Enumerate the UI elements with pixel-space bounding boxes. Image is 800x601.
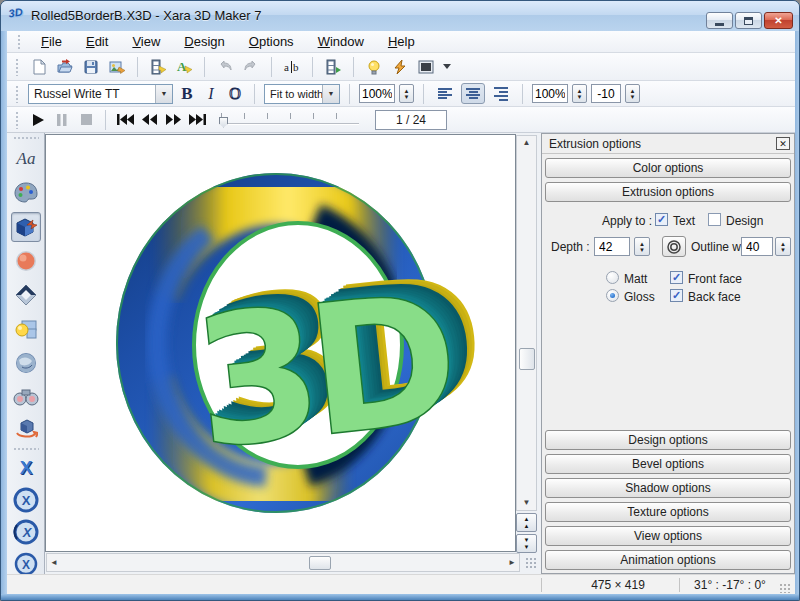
redo-button[interactable] [240,56,262,78]
export-image-button[interactable] [106,56,128,78]
menu-design[interactable]: Design [173,32,235,51]
save-file-button[interactable] [80,56,102,78]
minimize-button[interactable] [706,12,733,29]
tool-text-style-circle-1[interactable]: X [11,485,41,515]
screen-preview-button[interactable] [415,56,437,78]
tool-color-options[interactable] [11,178,41,208]
menu-window[interactable]: Window [307,32,375,51]
depth-spinner[interactable]: ▲▼ [634,237,650,256]
bevel-options-button[interactable]: Bevel options [545,454,791,474]
fit-dropdown-arrow-icon[interactable]: ▼ [322,85,339,103]
texture-options-button[interactable]: Texture options [545,502,791,522]
frame-slider[interactable] [219,111,359,129]
tool-text-style-circle-2[interactable]: X [11,517,41,547]
scroll-left-icon[interactable]: ◄ [47,558,61,567]
next-frame-button[interactable] [163,110,183,130]
shadow-options-button[interactable]: Shadow options [545,478,791,498]
align-left-button[interactable] [433,83,457,104]
font-family-select[interactable]: Russel Write TT ▼ [28,84,173,104]
menu-view[interactable]: View [121,32,171,51]
pause-button[interactable] [52,110,72,130]
play-button[interactable] [28,110,48,130]
vertical-scrollbar[interactable]: ▲ ▼ [516,135,537,511]
font-size-input[interactable] [359,84,395,103]
menu-options[interactable]: Options [238,32,305,51]
char-size-spinner[interactable]: ▲▼ [572,84,587,103]
outline-width-input[interactable] [741,237,773,256]
tool-texture-options[interactable] [11,348,41,378]
horizontal-scroll-thumb[interactable] [309,556,331,570]
apply-design-checkbox[interactable] [708,213,721,226]
fontbar-grip[interactable] [15,85,20,103]
design-options-button[interactable]: Design options [545,430,791,450]
tool-extrusion-options[interactable] [11,212,41,242]
tracking-input[interactable] [591,84,621,103]
lights-toggle-button[interactable] [363,56,385,78]
new-document-button[interactable] [28,56,50,78]
matt-radio[interactable] [606,271,619,284]
align-center-button[interactable] [461,83,485,104]
outline-width-spinner[interactable]: ▲▼ [775,237,791,256]
tool-view-options[interactable] [11,382,41,412]
back-face-checkbox[interactable]: ✓ [670,289,683,302]
align-right-button[interactable] [489,83,513,104]
menu-help[interactable]: Help [377,32,426,51]
tool-text-options[interactable]: Aa [11,144,41,174]
stop-button[interactable] [76,110,96,130]
menu-edit[interactable]: Edit [75,32,119,51]
slider-thumb[interactable] [219,117,228,128]
font-dropdown-arrow-icon[interactable]: ▼ [155,85,172,103]
animation-options-button[interactable]: Animation options [545,550,791,570]
open-file-button[interactable] [54,56,76,78]
char-size-input[interactable] [532,84,568,103]
preview-animation-button[interactable] [322,56,344,78]
vertical-scroll-thumb[interactable] [519,348,535,370]
tool-bevel-options[interactable] [11,246,41,276]
front-face-checkbox[interactable]: ✓ [670,271,683,284]
resize-grip-icon[interactable] [779,583,790,593]
previous-frame-button[interactable] [139,110,159,130]
scroll-down-icon[interactable]: ▼ [519,496,534,510]
scroll-right-icon[interactable]: ► [505,558,519,567]
apply-text-checkbox[interactable]: ✓ [655,213,668,226]
app-icon[interactable]: 3D [8,5,31,28]
gloss-radio[interactable] [606,289,619,302]
animbar-grip[interactable] [15,111,20,129]
color-options-button[interactable]: Color options [545,158,791,178]
font-size-spinner[interactable]: ▲▼ [399,84,414,103]
bold-button[interactable]: B [177,83,197,104]
first-frame-button[interactable] [115,110,135,130]
depth-input[interactable] [594,237,630,256]
extrusion-options-button[interactable]: Extrusion options [545,182,791,202]
export-text-button[interactable]: A [173,56,195,78]
panel-close-button[interactable]: ✕ [776,137,790,150]
outline-button[interactable]: O [225,83,245,104]
menu-file[interactable]: File [30,32,73,51]
tool-text-style-circle-3[interactable]: X [11,549,41,574]
tool-lights-options[interactable] [11,314,41,344]
fit-mode-select[interactable]: Fit to width ▼ [264,84,340,104]
document-canvas[interactable]: 3D 3D 3D 3D 3D 3D 3D 3D 3D 3D 3D 3D 3D [45,134,516,552]
panel-header[interactable]: Extrusion options ✕ [542,134,794,154]
edit-text-button[interactable]: ab [281,56,303,78]
export-animation-button[interactable] [147,56,169,78]
italic-button[interactable]: I [201,83,221,104]
last-frame-button[interactable] [187,110,207,130]
zoom-out-button[interactable]: ▼▼ [516,534,537,553]
tracking-spinner[interactable]: ▲▼ [625,84,640,103]
screen-preview-dropdown[interactable] [441,56,453,78]
tool-shadow-options[interactable] [11,280,41,310]
maximize-button[interactable] [735,12,762,29]
menubar-grip[interactable] [17,34,22,50]
scroll-up-icon[interactable]: ▲ [519,136,534,150]
toolbar-grip[interactable] [15,58,20,76]
toolbox-grip[interactable] [13,136,39,140]
view-options-button[interactable]: View options [545,526,791,546]
horizontal-scrollbar[interactable]: ◄ ► [46,553,520,572]
zoom-in-button[interactable]: ▲▲ [516,513,537,532]
tool-animation-options[interactable] [11,414,41,444]
titlebar[interactable]: 3D Rolled5BorderB.X3D - Xara 3D Maker 7 … [1,1,800,31]
tool-text-style-plain[interactable]: X [11,453,41,483]
slider-track[interactable] [219,123,359,125]
outline-toggle-button[interactable] [662,236,686,257]
